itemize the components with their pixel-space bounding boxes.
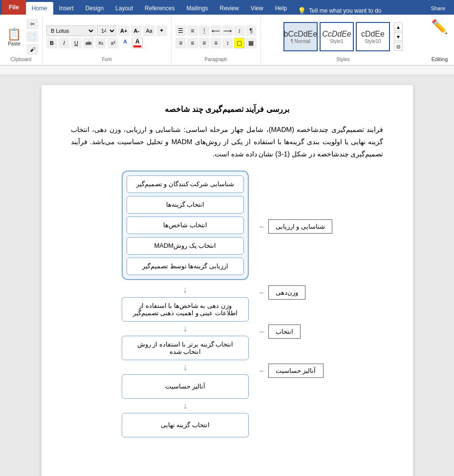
font-grow-button[interactable]: A+: [118, 25, 130, 36]
paragraph-text: فرایند تصمیم‌گیری چندشاخصه (MADM)، شامل …: [71, 126, 384, 158]
left-arrow-1: ←: [259, 222, 266, 231]
tell-me-label: Tell me what you want to do: [309, 7, 381, 14]
styles-expand[interactable]: ⊟: [394, 42, 403, 51]
flow-box-2: انتخاب گزینه‌ها: [127, 196, 244, 214]
ribbon-container: File Home Insert Design Layout Reference…: [0, 0, 454, 75]
flow-box-standalone-4: آنالیز حساسیت: [122, 374, 249, 399]
arrow-3: [183, 362, 187, 372]
tab-mailings[interactable]: Mailings: [180, 2, 214, 15]
flowchart-side-column: ← شناسایی و ارزیابی ← وزن‌دهی ← انتخاب ←…: [259, 171, 332, 390]
flow-box-standalone-5: انتخاب گزینه نهایی: [122, 413, 249, 437]
increase-indent-button[interactable]: ⟶: [222, 25, 233, 36]
tab-references[interactable]: References: [139, 2, 180, 15]
style-normal-text: bCcDdEe: [284, 30, 317, 39]
border-button[interactable]: ▦: [246, 38, 257, 48]
document-title: بررسی فرآیند تصمیم‌گیری چند شاخصه: [71, 105, 384, 114]
tab-design[interactable]: Design: [80, 2, 109, 15]
italic-button[interactable]: I: [59, 38, 69, 48]
tab-home[interactable]: Home: [26, 2, 53, 15]
underline-button[interactable]: U: [71, 38, 82, 48]
flow-box-standalone-2: وزن دهی به شاخص‌ها با استفاده از اطلاعات…: [122, 297, 249, 322]
style-1[interactable]: CcDdEe Style1: [320, 22, 354, 51]
shading-button[interactable]: ▢: [234, 38, 245, 48]
bold-button[interactable]: B: [46, 38, 57, 48]
style-1-label: Style1: [330, 39, 344, 44]
style-1-text: CcDdEe: [322, 30, 351, 39]
ribbon-body: 📋 Paste ✂ 📄 🖌 Clipboard B Lotus: [0, 15, 454, 65]
align-right-button[interactable]: ≡: [199, 38, 210, 48]
tab-layout[interactable]: Layout: [109, 2, 139, 15]
paste-button[interactable]: 📋 Paste: [4, 25, 24, 48]
document-paragraph: فرایند تصمیم‌گیری چندشاخصه (MADM)، شامل …: [71, 124, 384, 161]
sort-button[interactable]: ↕: [234, 25, 245, 36]
change-case-button[interactable]: Aa: [143, 25, 154, 36]
side-label-3: انتخاب: [268, 325, 301, 339]
paragraph-group: ☰ ≡ ⋮ ⟵ ⟶ ↕ ¶ ≡ ≡ ≡ ≡ ↕ ▢: [172, 17, 261, 65]
strikethrough-button[interactable]: ab: [83, 38, 94, 48]
lightbulb-icon: 💡: [298, 7, 306, 15]
align-center-button[interactable]: ≡: [187, 38, 198, 48]
side-label-2: وزن‌دهی: [268, 285, 305, 300]
styles-scroll-up[interactable]: ▲: [394, 22, 403, 31]
paragraph-group-label: Paragraph: [204, 55, 227, 63]
font-shrink-button[interactable]: A-: [131, 25, 142, 36]
arrow-2: [183, 324, 187, 334]
clear-format-button[interactable]: ✦: [156, 25, 167, 36]
styles-group-label: Styles: [336, 55, 349, 63]
format-painter-button[interactable]: 🖌: [26, 44, 38, 55]
bullet-list-button[interactable]: ☰: [175, 25, 186, 36]
text-color-button[interactable]: A: [132, 38, 143, 48]
multilevel-list-button[interactable]: ⋮: [199, 25, 210, 36]
document-area: بررسی فرآیند تصمیم‌گیری چند شاخصه فرایند…: [0, 75, 454, 476]
decrease-indent-button[interactable]: ⟵: [211, 25, 221, 36]
arrow-1: [183, 285, 187, 295]
style-10[interactable]: cDdEe Style10: [356, 22, 390, 51]
paste-label: Paste: [8, 41, 21, 46]
tab-help[interactable]: Help: [269, 2, 293, 15]
justify-button[interactable]: ≡: [211, 38, 221, 48]
flow-box-1: شناسایی شرکت کنندگان و تصمیم‌گیر: [127, 175, 244, 193]
style-normal[interactable]: bCcDdEe ¶ Normal: [283, 22, 318, 51]
show-marks-button[interactable]: ¶: [246, 25, 257, 36]
side-connector-3: ← انتخاب: [259, 312, 332, 351]
left-arrow-4: ←: [259, 367, 266, 375]
line-spacing-button[interactable]: ↕: [222, 38, 233, 48]
tab-view[interactable]: View: [245, 2, 269, 15]
tab-review[interactable]: Review: [214, 2, 244, 15]
flowchart: شناسایی شرکت کنندگان و تصمیم‌گیر انتخاب …: [71, 171, 384, 437]
align-left-button[interactable]: ≡: [175, 38, 186, 48]
subscript-button[interactable]: x₂: [95, 38, 106, 48]
flowchart-main-column: شناسایی شرکت کنندگان و تصمیم‌گیر انتخاب …: [122, 171, 249, 437]
style-10-label: Style10: [365, 39, 381, 44]
file-tab[interactable]: File: [2, 0, 26, 15]
left-arrow-2: ←: [259, 288, 266, 297]
tab-insert[interactable]: Insert: [53, 2, 80, 15]
flow-box-standalone-3: انتخاب گزینه برتر با استفاده از روش انتخ…: [122, 336, 249, 360]
superscript-button[interactable]: x²: [108, 38, 118, 48]
editing-icon: ✏️: [431, 19, 448, 35]
clipboard-group: 📋 Paste ✂ 📄 🖌 Clipboard: [0, 17, 43, 65]
text-effects-button[interactable]: A: [120, 38, 130, 48]
styles-scroll-down[interactable]: ▼: [394, 32, 403, 41]
font-name-select[interactable]: B Lotus: [46, 25, 95, 36]
numbered-list-button[interactable]: ≡: [187, 25, 198, 36]
document-page: بررسی فرآیند تصمیم‌گیری چند شاخصه فرایند…: [42, 85, 413, 476]
side-label-4: آنالیز حساسیت: [268, 364, 324, 378]
copy-button[interactable]: 📄: [26, 31, 38, 42]
flow-group-1: شناسایی شرکت کنندگان و تصمیم‌گیر انتخاب …: [122, 171, 249, 280]
side-connector-4: ← آنالیز حساسیت: [259, 351, 332, 390]
left-arrow-3: ←: [259, 327, 266, 336]
side-label-1: شناسایی و ارزیابی: [268, 219, 332, 234]
side-connector-2: ← وزن‌دهی: [259, 273, 332, 312]
ruler: [0, 65, 454, 75]
share-button[interactable]: Share: [425, 4, 451, 13]
flow-box-5: ارزیابی گزینه‌ها توسط تصمیم‌گیر: [127, 258, 244, 275]
font-group: B Lotus 14 A+ A- Aa ✦ B I U a: [43, 17, 172, 65]
font-size-select[interactable]: 14: [97, 25, 116, 36]
editing-group: ✏️ Editing: [425, 17, 454, 65]
arrow-4: [183, 401, 187, 411]
side-connector-1: ← شناسایی و ارزیابی: [259, 180, 332, 273]
cut-button[interactable]: ✂: [26, 19, 38, 29]
font-group-label: Font: [102, 55, 111, 63]
style-10-text: cDdEe: [361, 30, 385, 39]
